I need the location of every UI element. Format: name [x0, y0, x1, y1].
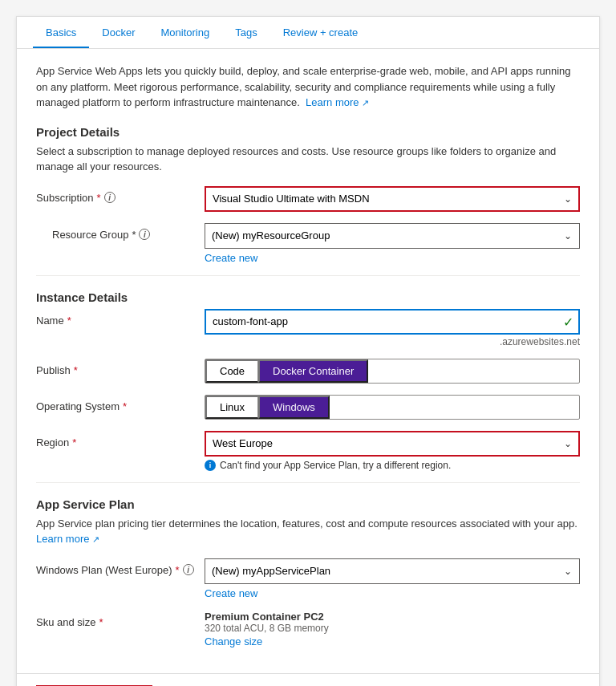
windows-plan-select[interactable]: (New) myAppServicePlan: [205, 558, 580, 584]
wp-required: *: [176, 564, 180, 576]
instance-details-title: Instance Details: [36, 290, 580, 304]
rg-required: *: [132, 229, 136, 241]
main-container: Basics Docker Monitoring Tags Review + c…: [16, 16, 600, 686]
subscription-label: Subscription * i: [36, 186, 205, 204]
asp-title: App Service Plan: [36, 497, 580, 511]
subscription-info-icon[interactable]: i: [104, 192, 116, 203]
windows-plan-row: Windows Plan (West Europe) * i (New) myA…: [36, 558, 580, 599]
publish-docker-btn[interactable]: Docker Container: [258, 359, 368, 383]
rg-create-new-link[interactable]: Create new: [205, 252, 580, 264]
name-label: Name *: [36, 309, 205, 327]
sku-detail: 320 total ACU, 8 GB memory: [205, 623, 580, 634]
tab-bar: Basics Docker Monitoring Tags Review + c…: [17, 17, 599, 49]
publish-required: *: [74, 364, 78, 376]
rg-dropdown-wrapper: (New) myResourceGroup ⌄: [205, 223, 580, 249]
windows-plan-control: (New) myAppServicePlan ⌄ Create new: [205, 558, 580, 599]
sku-control: Premium Container PC2 320 total ACU, 8 G…: [205, 611, 580, 647]
os-required: *: [123, 400, 127, 412]
sku-row: Sku and size * Premium Container PC2 320…: [36, 611, 580, 647]
publish-label: Publish *: [36, 359, 205, 376]
footer: Review + create < Previous Next : Docker…: [17, 673, 599, 687]
divider-2: [36, 482, 580, 483]
asp-learn-more-link[interactable]: Learn more: [36, 533, 99, 545]
subscription-control: Visual Studio Ultimate with MSDN ⌄: [205, 186, 580, 212]
wp-info-icon[interactable]: i: [183, 564, 194, 575]
name-check-icon: ✓: [563, 314, 573, 329]
os-radio-group: Linux Windows: [205, 395, 580, 420]
region-info-icon: i: [205, 460, 216, 471]
project-details-title: Project Details: [36, 125, 580, 139]
main-content: App Service Web Apps lets you quickly bu…: [17, 49, 599, 673]
project-details-desc: Select a subscription to manage deployed…: [36, 144, 580, 175]
publish-control: Code Docker Container: [205, 359, 580, 384]
publish-radio-group: Code Docker Container: [205, 359, 580, 384]
resource-group-label: Resource Group * i: [36, 223, 205, 241]
resource-group-row: Resource Group * i (New) myResourceGroup…: [36, 223, 580, 264]
intro-description: App Service Web Apps lets you quickly bu…: [36, 63, 580, 111]
learn-more-link[interactable]: Learn more: [306, 96, 369, 108]
rg-info-icon[interactable]: i: [139, 229, 150, 240]
os-windows-btn[interactable]: Windows: [258, 396, 330, 419]
region-required: *: [72, 436, 76, 449]
tab-monitoring[interactable]: Monitoring: [148, 17, 222, 48]
region-row: Region * West Europe ⌄ i Can't find your…: [36, 431, 580, 471]
tab-tags[interactable]: Tags: [222, 17, 270, 48]
name-input[interactable]: [205, 309, 580, 335]
os-control: Linux Windows: [205, 395, 580, 420]
subscription-select[interactable]: Visual Studio Ultimate with MSDN: [205, 186, 580, 212]
tab-docker[interactable]: Docker: [89, 17, 148, 48]
resource-group-select[interactable]: (New) myResourceGroup: [205, 223, 580, 249]
wp-dropdown-wrapper: (New) myAppServicePlan ⌄: [205, 558, 580, 584]
region-info-message: i Can't find your App Service Plan, try …: [205, 460, 580, 471]
os-row: Operating System * Linux Windows: [36, 395, 580, 420]
sku-label: Sku and size *: [36, 611, 205, 628]
sku-title: Premium Container PC2: [205, 611, 580, 623]
os-label: Operating System *: [36, 395, 205, 412]
tab-basics[interactable]: Basics: [33, 17, 89, 48]
publish-row: Publish * Code Docker Container: [36, 359, 580, 384]
asp-desc: App Service plan pricing tier determines…: [36, 516, 580, 547]
wp-create-new-link[interactable]: Create new: [205, 587, 580, 599]
windows-plan-label: Windows Plan (West Europe) * i: [36, 558, 205, 576]
region-control: West Europe ⌄ i Can't find your App Serv…: [205, 431, 580, 471]
name-required: *: [67, 315, 71, 327]
region-select[interactable]: West Europe: [205, 431, 580, 457]
change-size-link[interactable]: Change size: [205, 635, 580, 647]
name-control: ✓ .azurewebsites.net: [205, 309, 580, 347]
name-input-wrapper: ✓: [205, 309, 580, 335]
subscription-required: *: [97, 192, 101, 204]
os-linux-btn[interactable]: Linux: [205, 396, 258, 419]
resource-group-control: (New) myResourceGroup ⌄ Create new: [205, 223, 580, 264]
tab-review-create[interactable]: Review + create: [270, 17, 371, 48]
divider-1: [36, 275, 580, 276]
publish-code-btn[interactable]: Code: [205, 359, 258, 383]
region-label: Region *: [36, 431, 205, 449]
subscription-row: Subscription * i Visual Studio Ultimate …: [36, 186, 580, 212]
name-row: Name * ✓ .azurewebsites.net: [36, 309, 580, 347]
region-dropdown-wrapper: West Europe ⌄: [205, 431, 580, 457]
azure-suffix: .azurewebsites.net: [205, 336, 580, 347]
sku-required: *: [99, 616, 103, 628]
subscription-dropdown-wrapper: Visual Studio Ultimate with MSDN ⌄: [205, 186, 580, 212]
